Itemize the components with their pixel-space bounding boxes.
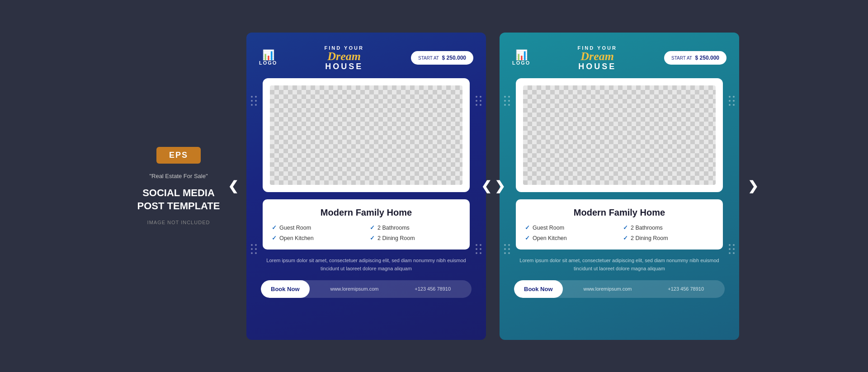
card-2-feature-1: ✓ Guest Room bbox=[525, 224, 616, 231]
card-1-arrow-left[interactable]: ❮ bbox=[225, 178, 241, 194]
card-1-price-value: $ 250.000 bbox=[442, 55, 466, 61]
card-2-feature-2-label: 2 Bathrooms bbox=[631, 225, 663, 231]
card-1-feature-2: ✓ 2 Bathrooms bbox=[370, 224, 461, 231]
card-2-feature-3-label: Open Kitchen bbox=[533, 235, 567, 241]
corner-dots-bl-1 bbox=[251, 244, 257, 254]
card-2-phone: +123 456 78910 bbox=[668, 286, 704, 292]
corner-dots-br-1 bbox=[476, 244, 481, 254]
card-1-feature-2-label: 2 Bathrooms bbox=[377, 225, 410, 231]
label-area: EPS "Real Estate For Sale" SOCIAL MEDIA … bbox=[129, 147, 228, 225]
card-1-feature-1: ✓ Guest Room bbox=[272, 224, 363, 231]
label-subtitle: "Real Estate For Sale" bbox=[149, 173, 208, 179]
card-1-property-info: Modern Family Home ✓ Guest Room ✓ 2 Bath… bbox=[263, 199, 470, 250]
card-2-footer: Book Now www.loremipsum.com +123 456 789… bbox=[514, 280, 725, 298]
card-2-logo-text: LOGO bbox=[512, 60, 530, 66]
card-2-property-info: Modern Family Home ✓ Guest Room ✓ 2 Bath… bbox=[516, 199, 723, 250]
card-2-book-now-button[interactable]: Book Now bbox=[514, 280, 563, 298]
card-wrapper-1: ❮ bbox=[246, 33, 486, 340]
corner-dots-tr-1 bbox=[476, 96, 481, 106]
card-1-placeholder-image bbox=[270, 85, 462, 185]
card-1-footer: Book Now www.loremipsum.com +123 456 789… bbox=[261, 280, 472, 298]
card-2-dream: Dream bbox=[580, 51, 614, 62]
card-1-feature-4-label: 2 Dining Room bbox=[377, 235, 415, 241]
card-1-house: HOUSE bbox=[325, 62, 363, 71]
card-1-price-label: START AT bbox=[418, 56, 439, 61]
card-2-description: Lorem ipsum dolor sit amet, consectetuer… bbox=[512, 257, 726, 273]
card-2-footer-contact: www.loremipsum.com +123 456 78910 bbox=[563, 286, 725, 292]
card-1-footer-contact: www.loremipsum.com +123 456 78910 bbox=[310, 286, 472, 292]
card-wrapper-2: ❮ bbox=[500, 33, 739, 340]
card-2: 📊 LOGO FIND YOUR Dream HOUSE START AT $ … bbox=[500, 33, 739, 340]
page-wrapper: EPS "Real Estate For Sale" SOCIAL MEDIA … bbox=[0, 0, 868, 372]
card-1-dream: Dream bbox=[327, 51, 361, 62]
bar-chart-icon: 📊 bbox=[262, 50, 274, 60]
card-1-features: ✓ Guest Room ✓ 2 Bathrooms ✓ Open Kitche… bbox=[272, 224, 461, 241]
card-2-feature-1-label: Guest Room bbox=[533, 225, 564, 231]
check-icon-6: ✓ bbox=[623, 224, 628, 231]
card-2-house: HOUSE bbox=[578, 62, 616, 71]
card-1-description: Lorem ipsum dolor sit amet, consectetuer… bbox=[259, 257, 473, 273]
card-2-price-label: START AT bbox=[671, 56, 692, 61]
card-2-arrow-left[interactable]: ❮ bbox=[478, 178, 494, 194]
label-title: SOCIAL MEDIA POST TEMPLATE bbox=[129, 187, 228, 212]
card-1-feature-4: ✓ 2 Dining Room bbox=[370, 235, 461, 241]
corner-dots-tl-2 bbox=[504, 96, 510, 106]
check-icon-4: ✓ bbox=[370, 235, 375, 241]
check-icon-2: ✓ bbox=[370, 224, 375, 231]
card-1-phone: +123 456 78910 bbox=[415, 286, 451, 292]
card-1-url: www.loremipsum.com bbox=[330, 286, 378, 292]
corner-dots-tr-2 bbox=[729, 96, 735, 106]
card-2-price-value: $ 250.000 bbox=[695, 55, 719, 61]
card-2-feature-3: ✓ Open Kitchen bbox=[525, 235, 616, 241]
card-2-feature-2: ✓ 2 Bathrooms bbox=[623, 224, 714, 231]
card-2-price-badge: START AT $ 250.000 bbox=[664, 51, 726, 65]
check-icon-3: ✓ bbox=[272, 235, 277, 241]
eps-badge: EPS bbox=[156, 147, 201, 164]
card-1-book-now-button[interactable]: Book Now bbox=[261, 280, 310, 298]
card-2-logo: 📊 LOGO bbox=[512, 50, 530, 66]
check-icon-7: ✓ bbox=[525, 235, 530, 241]
card-1-property-title: Modern Family Home bbox=[272, 207, 461, 218]
label-note: IMAGE NOT INCLUDED bbox=[147, 220, 210, 225]
card-1-image-area bbox=[263, 78, 470, 192]
corner-dots-tl-1 bbox=[251, 96, 257, 106]
card-2-features: ✓ Guest Room ✓ 2 Bathrooms ✓ Open Kitche… bbox=[525, 224, 714, 241]
card-2-url: www.loremipsum.com bbox=[583, 286, 632, 292]
card-2-feature-4-label: 2 Dining Room bbox=[631, 235, 668, 241]
card-2-placeholder-image bbox=[523, 85, 716, 185]
card-1-feature-3-label: Open Kitchen bbox=[279, 235, 314, 241]
card-2-header: 📊 LOGO FIND YOUR Dream HOUSE START AT $ … bbox=[512, 45, 726, 71]
card-1-header: 📊 LOGO FIND YOUR Dream HOUSE START AT $ … bbox=[259, 45, 473, 71]
check-icon-8: ✓ bbox=[623, 235, 628, 241]
card-1-price-badge: START AT $ 250.000 bbox=[411, 51, 473, 65]
card-1-logo: 📊 LOGO bbox=[259, 50, 277, 66]
bar-chart-icon-2: 📊 bbox=[515, 50, 528, 60]
card-2-feature-4: ✓ 2 Dining Room bbox=[623, 235, 714, 241]
card-2-image-area bbox=[516, 78, 723, 192]
card-2-arrow-right[interactable]: ❯ bbox=[745, 178, 761, 194]
check-icon-5: ✓ bbox=[525, 224, 530, 231]
check-icon-1: ✓ bbox=[272, 224, 277, 231]
card-1-logo-text: LOGO bbox=[259, 60, 277, 66]
card-2-property-title: Modern Family Home bbox=[525, 207, 714, 218]
cards-area: ❮ bbox=[246, 33, 739, 340]
card-2-tagline: FIND YOUR Dream HOUSE bbox=[578, 45, 617, 71]
card-1-feature-1-label: Guest Room bbox=[279, 225, 311, 231]
card-1: 📊 LOGO FIND YOUR Dream HOUSE START AT $ … bbox=[246, 33, 486, 340]
card-1-feature-3: ✓ Open Kitchen bbox=[272, 235, 363, 241]
corner-dots-bl-2 bbox=[504, 244, 510, 254]
corner-dots-br-2 bbox=[729, 244, 735, 254]
card-1-tagline: FIND YOUR Dream HOUSE bbox=[325, 45, 364, 71]
